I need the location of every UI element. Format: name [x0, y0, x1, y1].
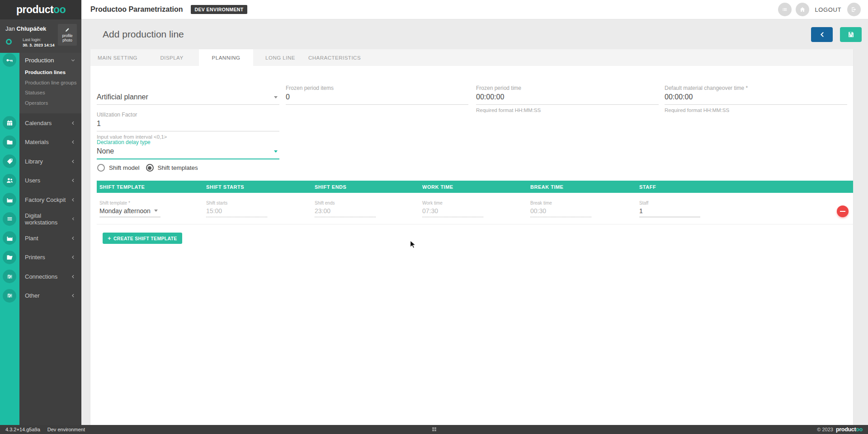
- col-shift-template: SHIFT TEMPLATE: [97, 184, 206, 190]
- tab-characteristics[interactable]: CHARACTERISTICS: [307, 49, 362, 66]
- calendar-icon: [3, 116, 16, 130]
- home-icon: [799, 6, 806, 13]
- page-title: Add production line: [103, 29, 184, 40]
- sliders-icon: [3, 270, 16, 283]
- staff-input[interactable]: 1: [639, 207, 700, 217]
- tab-main-setting[interactable]: MAIN SETTING: [90, 49, 145, 66]
- sidebar-subitem-statuses[interactable]: Statuses: [0, 88, 81, 98]
- back-button[interactable]: [811, 27, 833, 42]
- sidebar-item-plant[interactable]: Plant: [0, 229, 81, 248]
- chevron-left-icon: [818, 31, 826, 38]
- save-button[interactable]: [840, 27, 862, 42]
- frozen-period-time-field[interactable]: Frozen period time 00:00:00 Required for…: [476, 85, 659, 113]
- utilization-factor-field[interactable]: Utilization Factor 1 Input value from in…: [97, 112, 279, 140]
- chevron-left-icon: [70, 293, 76, 299]
- grid-button[interactable]: [431, 426, 437, 433]
- sidebar-item-digital-workstations[interactable]: Digital workstations: [0, 210, 81, 229]
- power-icon: [850, 6, 858, 13]
- chevron-left-icon: [70, 120, 76, 126]
- chevron-left-icon: [70, 139, 76, 145]
- sidebar-item-materials[interactable]: Materials: [0, 133, 81, 152]
- break-time-cell: Break time 00:30: [530, 193, 639, 224]
- shift-template-select[interactable]: Monday afternoon: [99, 207, 160, 217]
- folder-icon: [3, 135, 16, 149]
- tab-bar: MAIN SETTING DISPLAY PLANNING LONG LINE …: [90, 49, 853, 66]
- sidebar-sections: Calendars Materials Library: [0, 113, 81, 305]
- page-head: Add production line: [81, 19, 868, 49]
- tab-planning[interactable]: PLANNING: [199, 49, 253, 66]
- sidebar-subitem-production-lines[interactable]: Production lines: [0, 67, 81, 78]
- footer-brand-logo: productoo: [836, 426, 863, 433]
- chevron-left-icon: [70, 254, 76, 260]
- sidebar-subitem-production-line-groups[interactable]: Production line groups: [0, 78, 81, 88]
- col-shift-ends: SHIFT ENDS: [315, 184, 422, 190]
- sidebar-item-library[interactable]: Library: [0, 152, 81, 171]
- environment-label: Dev environment: [47, 427, 85, 432]
- table-header: SHIFT TEMPLATE SHIFT STARTS SHIFT ENDS W…: [97, 181, 853, 193]
- environment-badge: DEV ENVIRONMENT: [191, 5, 247, 14]
- grid-icon: [431, 426, 437, 432]
- table-row: Shift template * Monday afternoon Shift …: [97, 193, 853, 224]
- app-root: productoo Productoo Parametrization DEV …: [0, 0, 868, 434]
- users-icon: [3, 174, 16, 187]
- artificial-planner-select[interactable]: Artificial planner: [97, 85, 279, 105]
- frozen-period-items-field[interactable]: Frozen period items 0: [286, 85, 468, 105]
- shift-mode-radio-group: Shift model Shift templates: [97, 164, 198, 172]
- main-content: Add production line MAIN SETTING DISPLAY…: [81, 19, 868, 425]
- radio-shift-templates[interactable]: Shift templates: [146, 164, 198, 172]
- form-card: MAIN SETTING DISPLAY PLANNING LONG LINE …: [90, 49, 853, 425]
- shift-template-cell: Shift template * Monday afternoon: [97, 193, 206, 224]
- logout-button[interactable]: LOGOUT: [815, 6, 842, 13]
- factory-icon: [3, 193, 16, 206]
- chevron-down-icon: [274, 150, 278, 153]
- power-button[interactable]: [847, 3, 861, 16]
- menu-button[interactable]: [778, 3, 792, 16]
- top-header: Productoo Parametrization DEV ENVIRONMEN…: [81, 0, 868, 19]
- brand-logo[interactable]: productoo: [0, 0, 81, 19]
- shift-starts-cell: Shift starts 15:00: [206, 193, 315, 224]
- create-shift-template-button[interactable]: + CREATE SHIFT TEMPLATE: [103, 233, 182, 244]
- radio-shift-model[interactable]: Shift model: [97, 164, 140, 172]
- sidebar-item-other[interactable]: Other: [0, 286, 81, 306]
- pencil-icon: [65, 27, 70, 33]
- radio-icon: [146, 164, 154, 172]
- sidebar-item-printers[interactable]: Printers: [0, 248, 81, 267]
- remove-row-button[interactable]: [837, 205, 849, 217]
- copyright: © 2023: [817, 427, 833, 432]
- chevron-left-icon: [71, 216, 76, 222]
- chevron-left-icon: [70, 235, 76, 241]
- col-shift-starts: SHIFT STARTS: [206, 184, 315, 190]
- profile-photo-edit[interactable]: profile photo: [58, 24, 77, 46]
- sidebar-item-calendars[interactable]: Calendars: [0, 113, 81, 133]
- chevron-left-icon: [70, 177, 76, 183]
- chevron-left-icon: [70, 274, 76, 280]
- chevron-left-icon: [70, 197, 76, 203]
- sidebar-item-connections[interactable]: Connections: [0, 267, 81, 286]
- work-time-value: 07:30: [422, 207, 483, 217]
- sidebar-item-production[interactable]: Production: [0, 53, 81, 67]
- radio-icon: [97, 164, 105, 172]
- staff-cell: Staff 1: [639, 193, 853, 224]
- col-staff: STAFF: [639, 184, 853, 190]
- folder-open-icon: [3, 251, 16, 264]
- sidebar-item-factory-cockpit[interactable]: Factory Cockpit: [0, 190, 81, 210]
- col-break-time: BREAK TIME: [530, 184, 639, 190]
- declaration-delay-type-select[interactable]: Declaration delay type None: [97, 139, 279, 159]
- last-login: Last login: 30. 3. 2023 14:14: [23, 37, 55, 48]
- sidebar-subitem-operators[interactable]: Operators: [0, 98, 81, 108]
- work-time-cell: Work time 07:30: [422, 193, 530, 224]
- menu-icon: [781, 6, 788, 13]
- tab-display[interactable]: DISPLAY: [145, 49, 199, 66]
- app-title: Productoo Parametrization: [90, 5, 183, 14]
- chevron-down-icon: [70, 57, 76, 63]
- user-section: Jan Chlupáček Last login: 30. 3. 2023 14…: [0, 19, 81, 53]
- tab-long-line[interactable]: LONG LINE: [253, 49, 307, 66]
- sidebar-nav: Production Production lines Production l…: [0, 53, 81, 305]
- home-button[interactable]: [796, 3, 809, 16]
- shift-starts-value: 15:00: [206, 207, 267, 217]
- header-actions: LOGOUT: [778, 3, 861, 16]
- save-icon: [847, 31, 855, 38]
- sidebar-item-users[interactable]: Users: [0, 171, 81, 191]
- default-material-changeover-time-field[interactable]: Default material changeover time * 00:00…: [665, 85, 847, 113]
- chevron-left-icon: [70, 159, 76, 164]
